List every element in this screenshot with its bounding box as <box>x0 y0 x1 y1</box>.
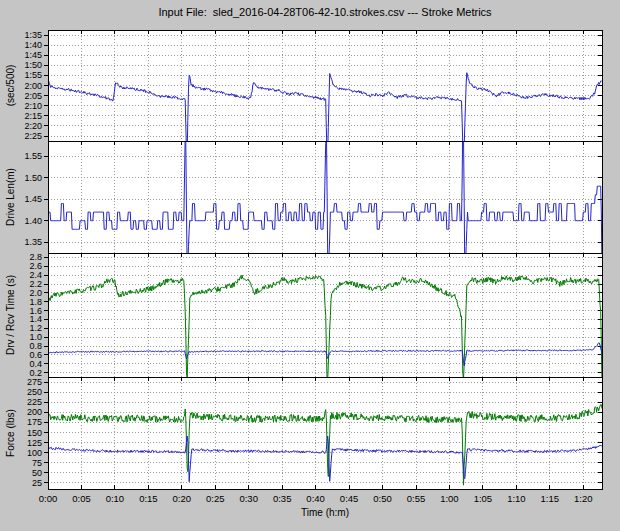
y-tick-label: 200 <box>27 407 42 417</box>
y-tick-label: 1.40 <box>24 216 42 226</box>
chart-title: Input File: sled_2016-04-28T06-42-10.str… <box>48 6 602 18</box>
y-tick-label: 1.55 <box>24 151 42 161</box>
y-tick-label: 1.45 <box>24 194 42 204</box>
y-tick-label: 175 <box>27 417 42 427</box>
y-tick-label: 2:00 <box>24 81 42 91</box>
y-tick-label: 1:45 <box>24 50 42 60</box>
y-tick-label: 1:40 <box>24 40 42 50</box>
y-axis-label: Drive Len(m) <box>5 168 16 226</box>
x-tick-label: 0:20 <box>173 493 192 504</box>
y-tick-label: 1:55 <box>24 70 42 80</box>
x-tick-label: 1:00 <box>440 493 459 504</box>
y-tick-label: 150 <box>27 428 42 438</box>
y-tick-label: 50 <box>32 468 42 478</box>
y-tick-label: 75 <box>32 458 42 468</box>
x-tick-label: 0:10 <box>106 493 125 504</box>
x-tick-label: 1:20 <box>574 493 593 504</box>
x-tick-label: 1:05 <box>474 493 493 504</box>
y-tick-label: 100 <box>27 448 42 458</box>
panel-4: 275250225200175150125100755025Force (lbs… <box>5 377 602 489</box>
x-tick-label: 0:35 <box>273 493 292 504</box>
x-axis-label: Time (h:m) <box>301 507 349 518</box>
y-axis-label: Drv / Rcv Time (s) <box>5 275 16 355</box>
x-tick-label: 0:15 <box>139 493 158 504</box>
y-tick-label: 1:35 <box>24 30 42 40</box>
y-tick-label: 25 <box>32 478 42 488</box>
x-tick-label: 0:05 <box>72 493 91 504</box>
plot-area <box>48 253 602 377</box>
y-tick-label: 2:10 <box>24 101 42 111</box>
y-tick-label: 250 <box>27 387 42 397</box>
x-tick-label: 0:40 <box>306 493 325 504</box>
y-tick-label: 2:15 <box>24 111 42 121</box>
y-tick-label: 275 <box>27 377 42 387</box>
y-tick-label: 1:50 <box>24 60 42 70</box>
x-tick-label: 0:00 <box>39 493 58 504</box>
x-tick-label: 0:45 <box>340 493 359 504</box>
x-tick-label: 0:50 <box>373 493 392 504</box>
stroke-metrics-figure: Input File: sled_2016-04-28T06-42-10.str… <box>0 0 620 531</box>
panel-3: 2.82.62.42.22.01.81.61.41.21.00.80.60.40… <box>5 252 602 391</box>
y-tick-label: 2:05 <box>24 91 42 101</box>
y-tick-label: 125 <box>27 438 42 448</box>
y-axis-label: Force (lbs) <box>5 409 16 457</box>
y-tick-label: 225 <box>27 397 42 407</box>
x-tick-label: 1:10 <box>507 493 526 504</box>
x-tick-label: 0:55 <box>407 493 426 504</box>
x-tick-label: 0:30 <box>239 493 258 504</box>
y-axis-label: (sec/500) <box>5 65 16 107</box>
x-tick-label: 1:15 <box>541 493 560 504</box>
y-tick-label: 1.50 <box>24 173 42 183</box>
y-tick-label: 2:20 <box>24 121 42 131</box>
y-tick-label: 2:25 <box>24 131 42 141</box>
x-tick-label: 0:25 <box>206 493 225 504</box>
chart-canvas: 1:351:401:451:501:552:002:052:102:152:20… <box>0 0 620 531</box>
y-tick-label: 1.35 <box>24 237 42 247</box>
